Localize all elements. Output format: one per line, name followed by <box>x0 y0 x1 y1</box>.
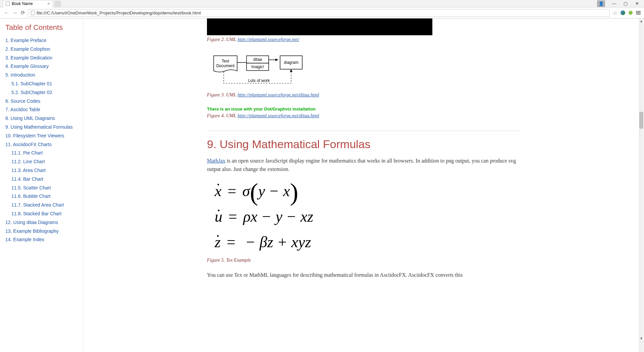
section-divider <box>207 131 520 131</box>
toc-link[interactable]: 11.7. Stacked Area Chart <box>11 202 64 208</box>
ditaa-box3: diagram <box>284 60 298 65</box>
toc-link[interactable]: 5. Introduction <box>5 72 35 78</box>
scrollbar[interactable]: ▲ ▼ <box>639 18 644 352</box>
tab-bar: Book Name × 👤 — ▢ ✕ <box>0 0 644 7</box>
figure-5-caption: Figure 5. Tex Example <box>207 257 520 263</box>
figure-3-caption: Figure 3. UML http://plantuml.sourceforg… <box>207 92 520 98</box>
equation-1: x=σ(y−x) <box>207 180 520 202</box>
browser-chrome: Book Name × 👤 — ▢ ✕ ← → ⟳ file:///C:/Use… <box>0 0 644 18</box>
figure-3-link[interactable]: http://plantuml.sourceforge.net/ditaa.ht… <box>237 92 319 97</box>
toolbar-right: ☆ <box>612 10 641 16</box>
math-equations: x=σ(y−x) u=ρx−y−xz z=−βz+xyz <box>207 180 520 253</box>
extension-globe-icon[interactable] <box>621 10 625 15</box>
svg-marker-4 <box>275 58 278 61</box>
toc-link[interactable]: 12. Using ditaa Diagrams <box>5 220 58 225</box>
hamburger-menu-icon[interactable] <box>636 11 641 14</box>
equation-3: z=−βz+xyz <box>207 231 520 253</box>
new-tab-button[interactable] <box>54 1 61 7</box>
scroll-up-icon[interactable]: ▲ <box>640 19 643 23</box>
figure-4-caption: Figure 4. UML http://plantuml.sourceforg… <box>207 113 520 119</box>
scroll-down-icon[interactable]: ▼ <box>640 337 643 340</box>
figure-4-link[interactable]: http://plantuml.sourceforge.net/ditaa.ht… <box>237 113 319 118</box>
page-body: Table of Contents 1. Example Preface 2. … <box>0 18 644 352</box>
toc-link[interactable]: 11.6. Bubble Chart <box>11 193 51 199</box>
back-button[interactable]: ← <box>3 10 9 16</box>
toc-link[interactable]: 5.2. SubChapter 02 <box>11 90 52 95</box>
section-9-heading: 9. Using Mathematical Formulas <box>207 138 520 151</box>
toc-link[interactable]: 7. Asciidoc Table <box>5 107 40 112</box>
window-controls: 👤 — ▢ ✕ <box>597 0 644 7</box>
browser-tab[interactable]: Book Name × <box>3 0 53 7</box>
close-window-button[interactable]: ✕ <box>635 1 639 6</box>
ditaa-box2-top: ditaa <box>253 57 262 62</box>
ditaa-text-doc-1: Text <box>222 59 229 63</box>
address-bar: ← → ⟳ file:///C:/Users/i/OneDrive/Work_P… <box>0 7 644 18</box>
ditaa-box2-bottom: !magic! <box>251 64 264 69</box>
toc-link[interactable]: 4. Example Glossary <box>5 63 49 69</box>
url-text: file:///C:/Users/i/OneDrive/Work_Project… <box>37 10 201 15</box>
toc-link[interactable]: 10. Filesystem Tree Viewers <box>5 133 64 138</box>
toc-link[interactable]: 11.8. Stacked Bar Chart <box>11 211 61 216</box>
mathjax-link[interactable]: MathJax <box>207 158 225 164</box>
toc-list: 1. Example Preface 2. Example Colophon 3… <box>5 37 77 244</box>
toc-link[interactable]: 11.3. Area Chart <box>11 168 46 173</box>
reload-button[interactable]: ⟳ <box>21 10 25 16</box>
section-9-para1: MathJax is an open source JavaScript dis… <box>207 157 520 174</box>
close-tab-icon[interactable]: × <box>47 1 50 6</box>
toc-link[interactable]: 5.1. SubChapter 01 <box>11 81 52 86</box>
graphviz-warning: There is an issue with your Dot/Graphviz… <box>207 106 520 112</box>
page-icon <box>6 2 10 6</box>
toc-link[interactable]: 11. AsciidocFX Charts <box>5 142 52 147</box>
toc-link[interactable]: 2. Example Colophon <box>5 46 50 52</box>
maximize-button[interactable]: ▢ <box>623 1 628 6</box>
toc-link[interactable]: 11.4. Bar Chart <box>11 176 43 182</box>
equation-2: u=ρx−y−xz <box>207 206 520 227</box>
figure-prefix: Figure 4. UML <box>207 113 237 118</box>
content-area[interactable]: Figure 2. UML http://plantuml.sourceforg… <box>83 18 644 352</box>
toc-link[interactable]: 13. Example Bibliography <box>5 228 59 234</box>
ditaa-diagram: Text Document ditaa !magic! diagram <box>207 52 520 91</box>
toc-link[interactable]: 11.5. Scatter Chart <box>11 185 51 190</box>
toc-link[interactable]: 14. Example Index <box>5 237 44 242</box>
toc-link[interactable]: 3. Example Dedication <box>5 55 52 60</box>
uml-image-placeholder <box>207 18 432 35</box>
bookmark-icon[interactable]: ☆ <box>612 10 617 16</box>
toc-link[interactable]: 1. Example Preface <box>5 38 46 43</box>
figure-prefix: Figure 3. UML <box>207 92 237 97</box>
file-icon <box>31 11 35 15</box>
figure-prefix: Figure 2. UML <box>207 37 237 42</box>
user-icon[interactable]: 👤 <box>597 0 605 7</box>
figure-2-link[interactable]: http://plantuml.sourceforge.net/ <box>237 37 299 42</box>
minimize-button[interactable]: — <box>612 1 616 6</box>
para1-text: is an open source JavaScript display eng… <box>207 158 516 172</box>
sidebar: Table of Contents 1. Example Preface 2. … <box>0 18 83 352</box>
toc-title: Table of Contents <box>5 23 77 32</box>
scroll-thumb[interactable] <box>639 112 643 129</box>
figure-2-caption: Figure 2. UML http://plantuml.sourceforg… <box>207 37 520 42</box>
url-input[interactable]: file:///C:/Users/i/OneDrive/Work_Project… <box>28 9 610 17</box>
forward-button[interactable]: → <box>12 10 18 16</box>
ditaa-bottom-label: Lots of work <box>248 78 270 83</box>
tab-title: Book Name <box>12 1 33 6</box>
ditaa-text-doc-2: Document <box>216 63 235 68</box>
section-9-para2: You can use Tex or MathML languages for … <box>207 271 520 279</box>
toc-link[interactable]: 9. Using Mathematical Formulas <box>5 124 73 130</box>
content: Figure 2. UML http://plantuml.sourceforg… <box>198 18 530 300</box>
extension-dot-icon[interactable] <box>629 11 633 15</box>
toc-link[interactable]: 6. Source Codes <box>5 98 40 104</box>
toc-link[interactable]: 11.1. Pie Chart <box>11 150 43 156</box>
toc-link[interactable]: 8. Using UML Diagrams <box>5 116 55 121</box>
svg-marker-6 <box>290 69 292 72</box>
toc-link[interactable]: 11.2. Line Chart <box>11 159 45 164</box>
